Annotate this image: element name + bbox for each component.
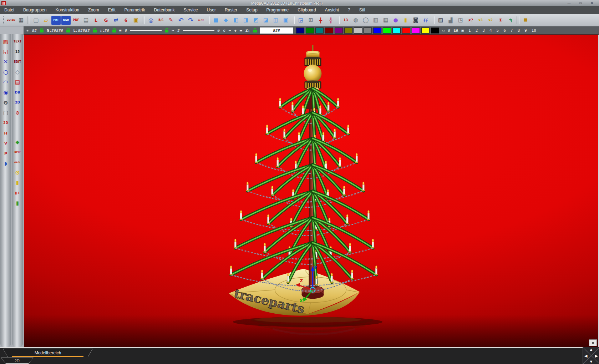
dim-15-icon[interactable]: 15	[13, 47, 22, 56]
view-open-2-icon[interactable]: ◪	[261, 16, 270, 25]
axis-cylinder-icon[interactable]: ⊘	[13, 108, 22, 117]
attach-paperclips-icon[interactable]: ∮∮	[421, 16, 430, 25]
dim-horizontal-icon[interactable]: H	[1, 129, 10, 138]
file-new-icon[interactable]: ▢	[31, 16, 41, 25]
light-settings-icon[interactable]: ⊙	[13, 168, 22, 177]
bolt-count-1-icon[interactable]: ①	[496, 16, 505, 25]
shape-library-icon[interactable]: ʘ	[1, 98, 10, 107]
cylinder-lines-icon[interactable]: ▥	[371, 16, 380, 25]
view-hidden-2-icon[interactable]: ◨	[241, 16, 250, 25]
menu-item-raster[interactable]: Raster	[225, 7, 237, 12]
snap-diameter-b-icon[interactable]: σ	[223, 28, 225, 33]
delete-cross-tool-icon[interactable]: ✕	[1, 57, 10, 66]
zoom-in-icon[interactable]: ✚	[234, 28, 237, 33]
texture-cylinder-icon[interactable]: ▮	[13, 178, 22, 187]
lock-linetype-toggle[interactable]	[165, 30, 168, 32]
undo-icon[interactable]: ↶	[176, 16, 186, 25]
text-tool-icon[interactable]: TEXT	[13, 37, 22, 46]
edit-tool-icon[interactable]: EDIT	[13, 57, 22, 66]
view-button-6[interactable]: 6	[503, 28, 506, 33]
convert-2d-icon[interactable]: 2D	[13, 98, 22, 107]
export-pdf-icon[interactable]: PDF	[71, 16, 81, 25]
menu-item-setup[interactable]: Setup	[246, 7, 257, 12]
menu-item-datei[interactable]: Datei	[4, 7, 14, 12]
solid-delete-q-icon[interactable]: ✘?	[466, 16, 475, 25]
screen-toggle-icon[interactable]: ▭	[442, 28, 445, 33]
lock-grid-toggle[interactable]	[40, 30, 44, 32]
view-button-9[interactable]: 9	[524, 28, 527, 33]
color-swatch-11[interactable]	[402, 27, 410, 34]
color-swatch-7[interactable]	[364, 27, 372, 34]
snap-diameter-a-icon[interactable]: ⌀	[218, 28, 220, 33]
pan-navigation-widget[interactable]: ▲ ▼ ◀ ▶	[583, 347, 599, 364]
zoom-window-icon[interactable]: ◲	[296, 16, 305, 25]
pan-left-arrow-icon[interactable]: ◀	[584, 354, 587, 358]
view-open-4-icon[interactable]: ▣	[281, 16, 290, 25]
save-prt-icon[interactable]: PRT	[51, 16, 61, 25]
window-tile-icon[interactable]: ▦	[16, 16, 26, 25]
solid-copy-x2-icon[interactable]: x2	[486, 16, 495, 25]
view-shaded-icon[interactable]: ◆	[221, 16, 230, 25]
convert-bitmap-icon[interactable]: ⇄	[111, 16, 121, 25]
texture-green-icon[interactable]: ▮	[13, 199, 22, 208]
pan-down-arrow-icon[interactable]: ▼	[589, 360, 593, 364]
menu-item-stil[interactable]: Stil	[359, 7, 365, 12]
solid-add-icon[interactable]: ⊞	[306, 16, 315, 25]
hatch-tool-icon[interactable]: ▨	[1, 37, 10, 46]
color-swatch-4[interactable]	[335, 27, 343, 34]
view-button-2[interactable]: 2	[476, 28, 478, 33]
assembly-tree-locks-icon[interactable]: ≣	[521, 16, 530, 25]
color-swatch-2[interactable]	[315, 27, 324, 34]
trim-tool-icon[interactable]: ◱	[1, 47, 10, 56]
tab-2d[interactable]: 2D	[1, 358, 34, 364]
save-neu-icon[interactable]: NEU	[61, 16, 71, 25]
menu-item-service[interactable]: Service	[184, 7, 198, 12]
restore-button[interactable]: ▭	[578, 1, 583, 5]
eraser-icon[interactable]: ✎	[166, 16, 176, 25]
menu-item-programme[interactable]: Programme	[266, 7, 289, 12]
color-swatch-9[interactable]	[383, 27, 391, 34]
view-button-3[interactable]: 3	[482, 28, 485, 33]
lock-depth-toggle[interactable]	[112, 30, 116, 32]
snapshot-camera-icon[interactable]: ◙	[411, 16, 420, 25]
pan-right-arrow-icon[interactable]: ▶	[595, 354, 598, 358]
lock-layer-toggle[interactable]	[93, 30, 97, 32]
clipboard-paste-icon[interactable]: ▣	[131, 16, 141, 25]
menu-item-parametrik[interactable]: Parametrik	[124, 7, 145, 12]
arc-tool-icon[interactable]: ◠	[1, 78, 10, 87]
pan-up-arrow-icon[interactable]: ▲	[589, 348, 593, 352]
color-swatch-8[interactable]	[373, 27, 381, 34]
color-swatch-6[interactable]	[354, 27, 362, 34]
view-button-4[interactable]: 4	[489, 28, 492, 33]
tab-modellbereich[interactable]: Modellbereich	[3, 349, 93, 357]
folder-open-icon[interactable]: ▱	[41, 16, 51, 25]
color-swatch-0[interactable]	[296, 27, 304, 34]
screen-preview-icon[interactable]: ◎	[146, 16, 156, 25]
toolbar-drag-handle[interactable]	[3, 16, 5, 25]
toggle-2d-3d-icon[interactable]: 2D/3D	[6, 16, 16, 25]
zoom-out-icon[interactable]: ▬	[240, 28, 242, 33]
width-toggle-icon[interactable]: ↔	[229, 28, 231, 33]
pages-copy-6-icon[interactable]: 6	[121, 16, 131, 25]
mass-properties-icon[interactable]: ▟	[446, 16, 455, 25]
sheet-new-icon[interactable]: ▢	[1, 108, 10, 117]
viewport-canvas[interactable]: tracepartsYZX	[24, 34, 599, 347]
menu-item-ansicht[interactable]: Ansicht	[325, 7, 339, 12]
color-swatch-3[interactable]	[325, 27, 333, 34]
menu-item-konstruktion[interactable]: Konstruktion	[55, 7, 79, 12]
feature-convert-icon[interactable]: ↰	[506, 16, 515, 25]
dim-vertical-icon[interactable]: V	[1, 139, 10, 148]
view-hidden-1-icon[interactable]: ◧	[231, 16, 240, 25]
dim-parallel-icon[interactable]: P	[1, 149, 10, 158]
view-button-8[interactable]: 8	[517, 28, 520, 33]
color-swatch-14[interactable]	[431, 27, 439, 34]
opengl-render-icon[interactable]: ●	[391, 16, 400, 25]
surface-mesh-icon[interactable]: ◗	[1, 159, 10, 168]
coord-move-icon[interactable]: ╬	[326, 16, 335, 25]
material-view-icon[interactable]: ▮	[401, 16, 410, 25]
solid-copy-x3-icon[interactable]: x3	[476, 16, 485, 25]
menu-item-clipboard[interactable]: Clipboard	[298, 7, 316, 12]
solid-cube-icon[interactable]: ◇	[13, 68, 22, 77]
lock-color-toggle[interactable]	[253, 30, 257, 32]
view-button-10[interactable]: 10	[532, 28, 536, 33]
